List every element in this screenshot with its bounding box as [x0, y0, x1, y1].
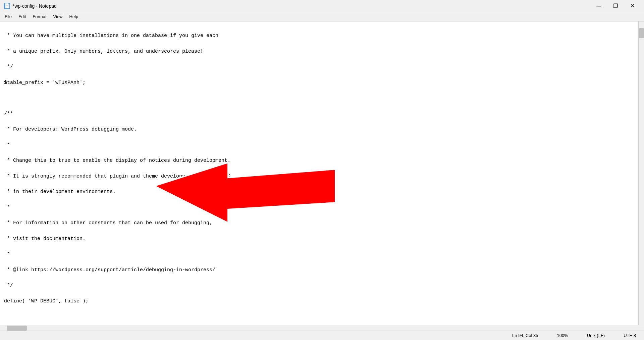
code-line-13: * For information on other constants tha…	[4, 220, 212, 226]
menu-help[interactable]: Help	[66, 13, 82, 20]
code-line-16: * @link https://wordpress.org/support/ar…	[4, 267, 215, 273]
title-bar-left: *wp-config - Notepad	[4, 3, 57, 9]
code-line-14: * visit the documentation.	[4, 236, 86, 242]
zoom-level: 100%	[554, 332, 571, 339]
code-line-10: * It is strongly recommended that plugin…	[4, 174, 230, 179]
code-line-17: */	[4, 283, 13, 288]
menu-format[interactable]: Format	[29, 13, 50, 20]
code-line-12: *	[4, 205, 10, 210]
menu-file[interactable]: File	[1, 13, 15, 20]
close-button[interactable]: ✕	[625, 1, 640, 11]
editor-content[interactable]: * You can have multiple installations in…	[0, 21, 638, 325]
maximize-button[interactable]: ❐	[608, 1, 623, 11]
window-controls[interactable]: — ❐ ✕	[591, 1, 640, 11]
code-line-11: * in their development environments.	[4, 189, 116, 195]
app-icon	[4, 3, 10, 9]
line-ending: Unix (LF)	[584, 332, 607, 339]
horizontal-scrollbar[interactable]	[0, 325, 644, 331]
code-line-8: *	[4, 142, 10, 148]
code-line-9: * Change this to true to enable the disp…	[4, 158, 230, 163]
code-line-15: *	[4, 251, 10, 257]
menu-view[interactable]: View	[50, 13, 66, 20]
window-title: *wp-config - Notepad	[13, 3, 57, 9]
editor-container: * You can have multiple installations in…	[0, 21, 644, 325]
code-line-3: */	[4, 64, 13, 70]
code-line-7: * For developers: WordPress debugging mo…	[4, 127, 137, 132]
scrollbar-thumb-v[interactable]	[639, 28, 644, 38]
cursor-position: Ln 94, Col 35	[509, 332, 541, 339]
status-bar: Ln 94, Col 35 100% Unix (LF) UTF-8	[0, 331, 644, 340]
code-line-4: $table_prefix = 'wTUXPAnh';	[4, 80, 86, 86]
code-line-6: /**	[4, 111, 13, 117]
code-line-1: * You can have multiple installations in…	[4, 33, 218, 39]
code-line-2: * a unique prefix. Only numbers, letters…	[4, 49, 203, 54]
menu-bar: File Edit Format View Help	[0, 12, 644, 21]
encoding: UTF-8	[621, 332, 639, 339]
vertical-scrollbar[interactable]	[638, 21, 644, 325]
scrollbar-thumb-h[interactable]	[7, 326, 27, 331]
minimize-button[interactable]: —	[591, 1, 606, 11]
title-bar: *wp-config - Notepad — ❐ ✕	[0, 0, 644, 12]
menu-edit[interactable]: Edit	[15, 13, 29, 20]
code-line-18: define( 'WP_DEBUG', false );	[4, 298, 89, 304]
